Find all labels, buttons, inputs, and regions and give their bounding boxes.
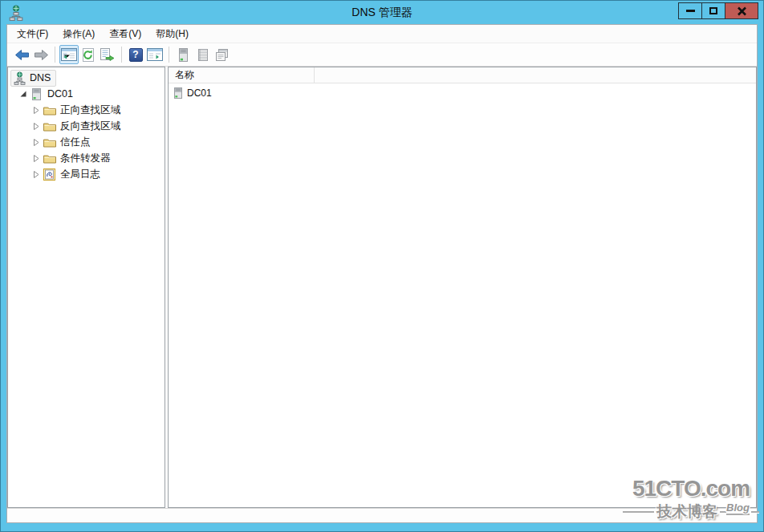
- content-area: DNS DC01: [7, 67, 757, 508]
- titlebar: DNS 管理器: [1, 1, 763, 24]
- help-button[interactable]: ?: [126, 45, 145, 64]
- back-button[interactable]: [12, 45, 31, 64]
- expander-collapsed-icon[interactable]: [31, 122, 40, 131]
- folder-icon: [43, 121, 56, 132]
- forward-button[interactable]: [31, 45, 51, 64]
- list-view-icon: [196, 48, 209, 62]
- console-tree-icon: [61, 48, 77, 61]
- server-icon: [30, 88, 43, 100]
- tree-node-label: 条件转发器: [60, 152, 111, 165]
- close-icon: [737, 6, 747, 16]
- list-header: 名称: [169, 67, 756, 83]
- result-list-pane: 名称 DC01: [168, 67, 757, 508]
- tree-node-label: 正向查找区域: [60, 104, 120, 117]
- tree-node-server-dc01[interactable]: DC01: [8, 86, 165, 102]
- column-header-label: 名称: [175, 68, 194, 82]
- back-icon: [14, 49, 30, 61]
- server-icon: [174, 87, 182, 99]
- close-button[interactable]: [725, 2, 758, 19]
- window-controls: [678, 2, 758, 19]
- column-header-name[interactable]: 名称: [169, 67, 315, 83]
- tree-node-label: DC01: [47, 88, 73, 99]
- refresh-button[interactable]: [79, 45, 98, 64]
- tree-node-forward-lookup-zones[interactable]: 正向查找区域: [8, 102, 165, 118]
- menu-help[interactable]: 帮助(H): [148, 25, 196, 43]
- tree-node-global-logs[interactable]: 全局日志: [8, 166, 165, 182]
- list-item-label: DC01: [187, 87, 212, 99]
- menu-view[interactable]: 查看(V): [102, 25, 148, 43]
- maximize-button[interactable]: [701, 2, 725, 19]
- status-bar: [7, 508, 757, 522]
- dns-root-icon: [14, 71, 26, 85]
- expander-collapsed-icon[interactable]: [31, 154, 40, 163]
- toolbar-separator: [169, 47, 169, 63]
- minimize-button[interactable]: [678, 2, 702, 19]
- log-book-icon: [43, 169, 56, 181]
- toolbar: ?: [7, 43, 757, 67]
- expander-expanded-icon[interactable]: [18, 90, 27, 99]
- expander-collapsed-icon[interactable]: [31, 138, 40, 147]
- tree-node-label: DNS: [30, 72, 51, 83]
- action-pane-icon: [147, 48, 163, 61]
- properties-icon: [214, 48, 230, 62]
- export-list-icon: [100, 48, 116, 62]
- console-tree-pane: DNS DC01: [7, 67, 165, 508]
- export-list-button[interactable]: [98, 45, 117, 64]
- expander-collapsed-icon[interactable]: [31, 170, 40, 179]
- tree-node-label: 信任点: [60, 136, 91, 149]
- forward-icon: [33, 49, 50, 61]
- tree-selection-box: DNS: [10, 70, 56, 87]
- toolbar-separator: [121, 47, 122, 63]
- show-action-pane-button[interactable]: [145, 45, 165, 64]
- dns-manager-window: DNS 管理器 文件(F) 操作(A) 查看(V) 帮助(H): [0, 0, 764, 532]
- folder-icon: [43, 153, 56, 164]
- client-area: 文件(F) 操作(A) 查看(V) 帮助(H): [6, 24, 758, 523]
- maximize-icon: [709, 7, 717, 14]
- folder-icon: [43, 137, 56, 148]
- tree-node-reverse-lookup-zones[interactable]: 反向查找区域: [8, 118, 165, 134]
- menubar: 文件(F) 操作(A) 查看(V) 帮助(H): [7, 25, 757, 43]
- window-title: DNS 管理器: [1, 1, 763, 24]
- menu-action[interactable]: 操作(A): [55, 25, 102, 43]
- folder-icon: [43, 105, 56, 116]
- tree-node-dns-root[interactable]: DNS: [8, 70, 165, 86]
- server-icon: [178, 48, 189, 62]
- tree-node-label: 反向查找区域: [60, 120, 120, 133]
- tree-node-label: 全局日志: [60, 168, 100, 181]
- refresh-icon: [81, 48, 96, 62]
- expander-collapsed-icon[interactable]: [31, 106, 40, 115]
- list-view-toolbar-button[interactable]: [193, 45, 212, 64]
- properties-toolbar-button[interactable]: [212, 45, 231, 64]
- menu-file[interactable]: 文件(F): [10, 25, 55, 43]
- toolbar-separator: [55, 47, 55, 63]
- help-icon: ?: [129, 48, 143, 62]
- server-toolbar-button[interactable]: [173, 45, 193, 64]
- tree-node-conditional-forwarders[interactable]: 条件转发器: [8, 150, 165, 166]
- list-item-dc01[interactable]: DC01: [169, 85, 756, 100]
- tree-node-trust-points[interactable]: 信任点: [8, 134, 165, 150]
- show-console-tree-button[interactable]: [59, 45, 79, 64]
- minimize-icon: [686, 10, 695, 12]
